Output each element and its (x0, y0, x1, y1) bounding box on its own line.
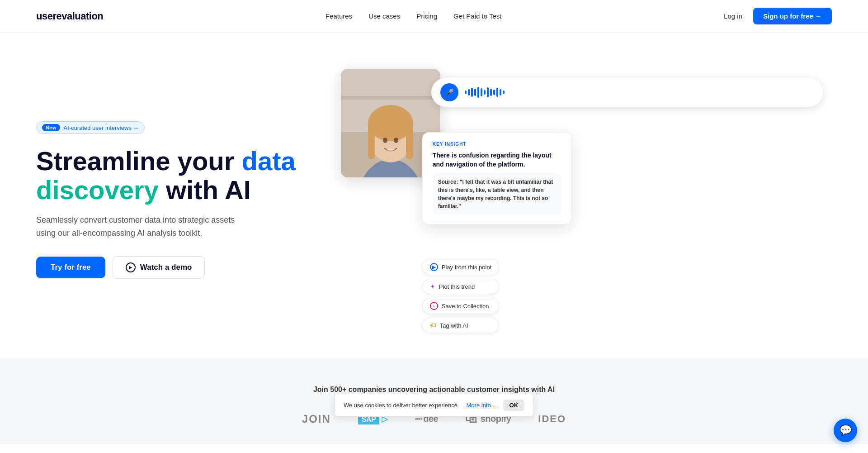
action-buttons: ▶ Play from this point ✦ Plot this trend… (422, 259, 500, 333)
wave-bar (465, 91, 467, 94)
tag-icon: 🏷 (430, 322, 436, 329)
plot-trend-button[interactable]: ✦ Plot this trend (422, 279, 500, 294)
watch-demo-label: Watch a demo (140, 263, 192, 272)
hero-buttons: Try for free ▶ Watch a demo (36, 256, 296, 279)
hero-title-part3: with AI (159, 175, 251, 205)
login-link[interactable]: Log in (724, 12, 742, 20)
svg-point-10 (394, 138, 398, 143)
wave-bar (471, 88, 473, 97)
wave-bars (465, 87, 505, 98)
watch-demo-button[interactable]: ▶ Watch a demo (113, 256, 205, 279)
tag-ai-button[interactable]: 🏷 Tag with AI (422, 318, 500, 333)
wave-bar (490, 89, 492, 96)
hero-section: New AI-curated user interviews → Streaml… (0, 33, 868, 358)
navbar: userevaluation Features Use cases Pricin… (0, 0, 868, 33)
svg-rect-8 (406, 123, 413, 159)
cookie-ok-button[interactable]: OK (503, 400, 525, 411)
insight-quote: Source: "I felt that it was a bit unfami… (433, 173, 561, 215)
chat-fab-button[interactable]: 💬 (834, 419, 857, 442)
logo[interactable]: userevaluation (36, 10, 103, 22)
insight-label: KEY INSIGHT (433, 142, 561, 147)
wave-bar (468, 89, 470, 95)
wave-bar (474, 89, 476, 96)
cookie-banner: We use cookies to deliver better experie… (334, 394, 534, 417)
tag-label: Tag with AI (440, 322, 468, 329)
hero-title-part1: Streamline your (36, 146, 241, 176)
wave-bar (496, 88, 498, 97)
play-icon: ▶ (430, 263, 438, 271)
sparkle-icon: ✦ (430, 283, 435, 290)
save-label: Save to Collection (442, 303, 489, 310)
nav-links: Features Use cases Pricing Get Paid to T… (326, 12, 502, 20)
hero-badge[interactable]: New AI-curated user interviews → (36, 121, 145, 134)
hero-right: 🎤 KEY INSIGHT There is confusion regardi… (314, 69, 832, 331)
insight-title: There is confusion regarding the layout … (433, 151, 561, 169)
nav-right: Log in Sign up for free → (724, 8, 832, 24)
chat-icon: 💬 (840, 424, 852, 436)
save-collection-button[interactable]: + Save to Collection (422, 298, 500, 314)
logos-title: Join 500+ companies uncovering actionabl… (36, 386, 832, 394)
play-icon: ▶ (126, 262, 136, 272)
insight-card: KEY INSIGHT There is confusion regarding… (422, 132, 571, 224)
hero-title-blue: data (241, 146, 295, 176)
svg-rect-7 (368, 123, 375, 159)
svg-point-9 (383, 138, 387, 143)
signup-button[interactable]: Sign up for free → (753, 8, 832, 24)
plot-label: Plot this trend (439, 283, 475, 290)
mic-icon: 🎤 (445, 88, 454, 97)
wave-bar (477, 87, 479, 98)
badge-text: AI-curated user interviews → (64, 124, 139, 131)
wave-bar (493, 90, 495, 95)
nav-get-paid[interactable]: Get Paid to Test (453, 12, 501, 20)
mic-button[interactable]: 🎤 (440, 83, 458, 101)
wave-bar (481, 88, 482, 96)
wave-bar (500, 89, 501, 95)
hero-title: Streamline your data discovery with AI (36, 147, 296, 205)
cookie-more-link[interactable]: More info... (467, 402, 496, 409)
plus-icon: + (430, 302, 438, 310)
wave-bar (503, 91, 505, 94)
wave-bar (487, 87, 489, 97)
audio-widget: 🎤 (431, 78, 823, 107)
nav-pricing[interactable]: Pricing (416, 12, 437, 20)
logo-join: JOIN (302, 413, 331, 425)
svg-rect-2 (341, 96, 440, 100)
hero-left: New AI-curated user interviews → Streaml… (36, 121, 296, 278)
wave-bar (484, 90, 486, 95)
try-free-button[interactable]: Try for free (36, 257, 105, 278)
play-from-point-button[interactable]: ▶ Play from this point (422, 259, 500, 275)
hero-subtitle: Seamlessly convert customer data into st… (36, 214, 253, 240)
hero-title-teal: discovery (36, 175, 159, 205)
logo-ideo: IDEO (538, 413, 566, 425)
insight-source: Source: (438, 179, 458, 185)
nav-features[interactable]: Features (326, 12, 352, 20)
play-label: Play from this point (442, 264, 492, 271)
badge-new-label: New (42, 124, 60, 131)
cookie-text: We use cookies to deliver better experie… (344, 402, 459, 409)
nav-use-cases[interactable]: Use cases (368, 12, 400, 20)
